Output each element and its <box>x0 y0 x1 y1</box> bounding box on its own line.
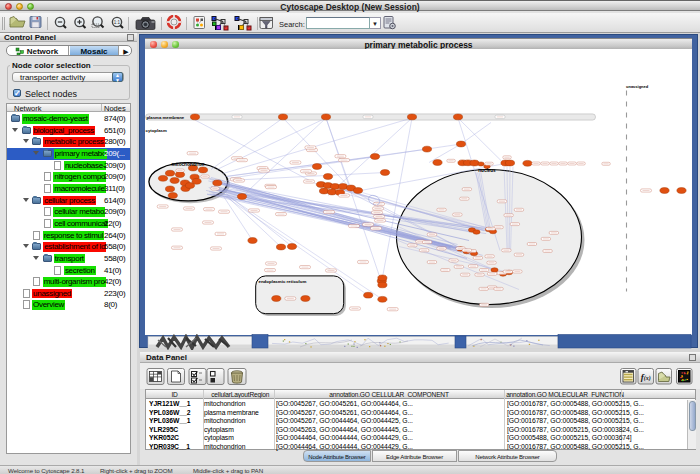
svg-text:nucleus: nucleus <box>478 168 496 173</box>
svg-text:cytoplasm: cytoplasm <box>146 128 167 133</box>
svg-text:1:1: 1:1 <box>114 20 121 25</box>
svg-text:plasma membrane: plasma membrane <box>147 114 185 119</box>
svg-text:endoplasmic reticulum: endoplasmic reticulum <box>259 278 307 283</box>
svg-text:unassigned: unassigned <box>626 84 649 89</box>
svg-text:mitochondrion: mitochondrion <box>172 161 205 166</box>
